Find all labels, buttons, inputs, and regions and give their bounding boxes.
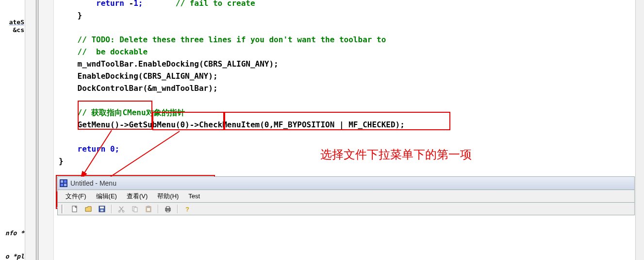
svg-rect-17 bbox=[147, 208, 150, 211]
menu-help[interactable]: 帮助(H) bbox=[152, 191, 183, 202]
annotation-text: 选择文件下拉菜单下的第一项 bbox=[320, 147, 472, 162]
menu-test[interactable]: Test bbox=[183, 191, 205, 201]
svg-rect-19 bbox=[166, 207, 169, 208]
pane-divider[interactable] bbox=[36, 0, 39, 260]
window-title: Untitled - Menu bbox=[70, 179, 116, 187]
paste-icon[interactable] bbox=[144, 205, 153, 213]
open-icon[interactable] bbox=[84, 205, 93, 213]
svg-rect-14 bbox=[134, 208, 137, 212]
toolbar-separator bbox=[158, 205, 159, 213]
toolbar-grip[interactable] bbox=[62, 205, 64, 213]
svg-rect-20 bbox=[166, 210, 169, 212]
sample-app-window: Untitled - Menu 文件(F) 编辑(E) 查看(V) 帮助(H) … bbox=[57, 176, 635, 215]
app-icon bbox=[60, 179, 67, 187]
print-icon[interactable] bbox=[164, 205, 172, 213]
menubar: 文件(F) 编辑(E) 查看(V) 帮助(H) Test bbox=[57, 190, 635, 203]
new-icon[interactable] bbox=[70, 205, 79, 213]
svg-rect-9 bbox=[100, 207, 104, 208]
svg-rect-6 bbox=[64, 184, 66, 186]
help-icon[interactable]: ? bbox=[183, 205, 192, 213]
code-margin bbox=[39, 0, 54, 260]
menu-file[interactable]: 文件(F) bbox=[61, 191, 91, 202]
symbol-label-1[interactable]: ateS bbox=[0, 18, 24, 26]
copy-icon[interactable] bbox=[131, 205, 139, 213]
symbol-label-4: o *pl bbox=[0, 253, 24, 260]
toolbar-separator bbox=[177, 205, 178, 213]
save-icon[interactable] bbox=[98, 205, 106, 213]
vertical-scrollbar[interactable] bbox=[635, 0, 644, 260]
svg-text:?: ? bbox=[185, 206, 189, 213]
toolbar: ? bbox=[57, 203, 635, 215]
source-code[interactable]: return -1; // fail to create } // TODO: … bbox=[59, 0, 405, 167]
symbol-label-2: &cs bbox=[0, 26, 24, 34]
svg-rect-4 bbox=[64, 180, 66, 183]
menu-edit[interactable]: 编辑(E) bbox=[91, 191, 122, 202]
cut-icon[interactable] bbox=[117, 205, 126, 213]
left-gutter bbox=[25, 0, 36, 260]
svg-rect-10 bbox=[100, 209, 103, 211]
toolbar-separator bbox=[111, 205, 112, 213]
svg-rect-5 bbox=[61, 184, 63, 186]
svg-rect-3 bbox=[61, 180, 63, 183]
class-view-strip: ateS &cs nfo * o *pl bbox=[0, 0, 25, 260]
symbol-label-3: nfo * bbox=[0, 229, 24, 237]
menu-view[interactable]: 查看(V) bbox=[122, 191, 152, 202]
svg-rect-16 bbox=[148, 206, 149, 208]
titlebar[interactable]: Untitled - Menu bbox=[57, 176, 635, 190]
